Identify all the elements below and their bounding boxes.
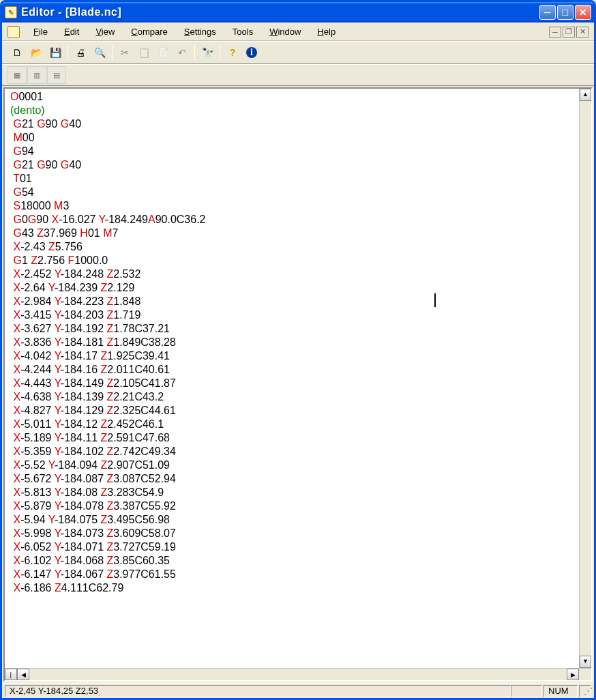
menu-file[interactable]: File [25,25,56,38]
open-button[interactable]: 📂 [27,44,46,61]
print-button[interactable]: 🖨 [71,44,90,61]
copy-button[interactable]: 📋 [134,44,153,61]
tool2-c[interactable]: ▤ [47,66,66,84]
undo-button[interactable]: ↶ [173,44,192,61]
menu-settings[interactable]: Settings [176,25,224,38]
code-line[interactable]: X-5.359 Y-184.102 Z2.742C49.34 [10,445,586,458]
text-cursor [434,293,436,307]
code-line[interactable]: G43 Z37.969 H01 M7 [10,227,586,240]
copy-icon: 📋 [138,47,150,58]
code-line[interactable]: G94 [10,145,586,158]
question-icon: ? [230,47,236,58]
menu-edit[interactable]: Edit [56,25,87,38]
code-line[interactable]: X-5.52 Y-184.094 Z2.907C51.09 [10,458,586,472]
minimize-button[interactable]: ─ [539,5,556,20]
save-disk-icon: 💾 [50,47,61,58]
code-line[interactable]: X-5.672 Y-184.087 Z3.087C52.94 [10,472,586,486]
menu-tools[interactable]: Tools [224,25,261,38]
code-line[interactable]: X-2.452 Y-184.248 Z2.532 [10,267,586,281]
menu-compare[interactable]: Compare [123,25,175,38]
code-line[interactable]: X-5.998 Y-184.073 Z3.609C58.07 [10,527,586,540]
maximize-button[interactable]: □ [557,5,573,20]
statusbar: X-2,45 Y-184,25 Z2,53 NUM ⋰ [2,683,594,698]
open-folder-icon: 📂 [31,47,42,58]
code-line[interactable]: G21 G90 G40 [10,117,586,131]
main-toolbar: 🗋 📂 💾 🖨 🔍 ✂ 📋 📄 ↶ 🔭 ? i [2,41,594,64]
vertical-scrollbar[interactable]: ▲ ▼ [579,89,591,668]
code-line[interactable]: G0G90 X-16.027 Y-184.249A90.0C36.2 [10,213,586,227]
window-controls: ─ □ ✕ [539,5,591,20]
code-line[interactable]: X-3.836 Y-184.181 Z1.849C38.28 [10,336,586,349]
secondary-toolbar: ▦ ▥ ▤ [2,64,594,86]
code-line[interactable]: X-5.189 Y-184.11 Z2.591C47.68 [10,431,586,445]
separator [68,45,68,60]
code-editor[interactable]: ▲ ▼ O0001(dento) G21 G90 G40 M00 G94 G21… [5,89,591,668]
code-line[interactable]: X-5.011 Y-184.12 Z2.452C46.1 [10,418,586,431]
new-button[interactable]: 🗋 [8,44,27,61]
cut-button[interactable]: ✂ [115,44,134,61]
code-line[interactable]: (dento) [10,104,586,117]
about-button[interactable]: i [242,44,261,61]
editor-frame: ▲ ▼ O0001(dento) G21 G90 G40 M00 G94 G21… [3,87,593,682]
code-line[interactable]: X-6.147 Y-184.067 Z3.977C61.55 [10,568,586,581]
preview-icon: 🔍 [94,47,106,58]
code-line[interactable]: X-6.186 Z4.111C62.79 [10,581,586,595]
code-line[interactable]: X-2.984 Y-184.223 Z1.848 [10,295,586,308]
tool2-b[interactable]: ▥ [27,66,46,84]
scroll-track[interactable] [580,101,591,656]
code-line[interactable]: X-5.94 Y-184.075 Z3.495C56.98 [10,513,586,527]
menu-help[interactable]: Help [309,25,344,38]
code-line[interactable]: X-4.042 Y-184.17 Z1.925C39.41 [10,349,586,363]
code-line[interactable]: M00 [10,131,586,145]
code-line[interactable]: X-2.64 Y-184.239 Z2.129 [10,281,586,295]
code-line[interactable]: X-6.102 Y-184.068 Z3.85C60.35 [10,554,586,568]
menu-window[interactable]: Window [261,25,309,38]
help-button[interactable]: ? [223,44,242,61]
titlebar[interactable]: ✎ Editor - [Blade.nc] ─ □ ✕ [2,2,594,23]
code-line[interactable]: X-4.244 Y-184.16 Z2.011C40.61 [10,363,586,377]
code-line[interactable]: X-2.43 Z5.756 [10,240,586,254]
info-icon: i [246,47,257,58]
code-line[interactable]: G1 Z2.756 F1000.0 [10,254,586,267]
separator [112,45,113,60]
tool2-a[interactable]: ▦ [8,66,27,84]
preview-button[interactable]: 🔍 [90,44,109,61]
code-line[interactable]: S18000 M3 [10,199,586,213]
mdi-restore[interactable]: ❐ [563,27,575,38]
code-line[interactable]: X-6.052 Y-184.071 Z3.727C59.19 [10,540,586,554]
code-line[interactable]: X-5.813 Y-184.08 Z3.283C54.9 [10,486,586,499]
code-line[interactable]: T01 [10,172,586,186]
scroll-left-button[interactable]: ◀ [17,669,29,680]
resize-grip[interactable]: ⋰ [579,685,591,697]
scroll-right-button[interactable]: ▶ [567,669,579,680]
code-line[interactable]: G54 [10,186,586,199]
code-line[interactable]: X-3.415 Y-184.203 Z1.719 [10,308,586,322]
hscroll-track[interactable] [29,669,567,680]
status-coords: X-2,45 Y-184,25 Z2,53 [5,685,511,697]
code-line[interactable]: G21 G90 G40 [10,158,586,172]
mdi-close[interactable]: ✕ [576,27,588,38]
mdi-controls: ─ ❐ ✕ [549,27,588,38]
code-line[interactable]: X-4.827 Y-184.129 Z2.325C44.61 [10,404,586,418]
printer-icon: 🖨 [76,47,85,58]
doc-icon [8,26,20,38]
close-button[interactable]: ✕ [575,5,591,20]
code-line[interactable]: X-5.879 Y-184.078 Z3.387C55.92 [10,499,586,513]
code-line[interactable]: O0001 [10,90,586,104]
status-empty [511,685,542,697]
find-button[interactable]: 🔭 [198,44,217,61]
scroll-down-button[interactable]: ▼ [580,656,591,668]
code-line[interactable]: X-3.627 Y-184.192 Z1.78C37.21 [10,322,586,336]
save-button[interactable]: 💾 [46,44,65,61]
paste-button[interactable]: 📄 [153,44,173,61]
menu-view[interactable]: View [87,25,123,38]
scroll-up-button[interactable]: ▲ [580,89,591,101]
code-line[interactable]: X-4.443 Y-184.149 Z2.105C41.87 [10,377,586,390]
split-handle[interactable]: ❘ [5,669,17,680]
separator [220,45,220,60]
horizontal-scrollbar[interactable]: ❘ ◀ ▶ [5,668,591,680]
code-line[interactable]: X-4.638 Y-184.139 Z2.21C43.2 [10,390,586,404]
scissors-icon: ✂ [121,47,129,58]
mdi-minimize[interactable]: ─ [549,27,561,38]
window-title: Editor - [Blade.nc] [21,6,539,18]
